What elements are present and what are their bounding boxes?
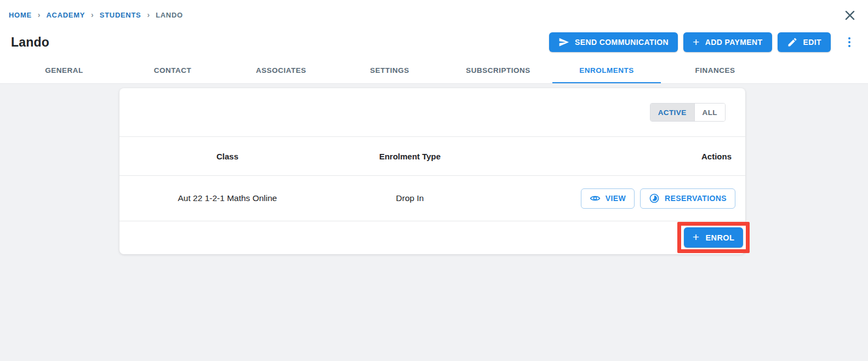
close-icon xyxy=(843,8,857,22)
breadcrumb-separator: › xyxy=(91,11,94,19)
toggle-all[interactable]: ALL xyxy=(694,104,725,121)
student-detail-page: HOME › ACADEMY › STUDENTS › LANDO Lando … xyxy=(0,0,868,361)
tab-subscriptions[interactable]: SUBSCRIPTIONS xyxy=(444,58,552,83)
page-title: Lando xyxy=(11,35,549,50)
table-header: Class Enrolment Type Actions xyxy=(119,137,745,176)
breadcrumb-current-lando: LANDO xyxy=(156,11,183,19)
plus-icon: + xyxy=(693,36,700,48)
cell-class: Aut 22 1-2-1 Maths Online xyxy=(119,193,335,203)
table-footer: + ENROL xyxy=(119,221,745,254)
pencil-icon xyxy=(787,37,798,48)
enrolments-panel: ACTIVE ALL Class Enrolment Type Actions … xyxy=(0,84,868,361)
enrolments-card: ACTIVE ALL Class Enrolment Type Actions … xyxy=(119,88,745,254)
send-communication-button[interactable]: SEND COMMUNICATION xyxy=(549,32,678,52)
edit-button[interactable]: EDIT xyxy=(778,32,831,52)
breadcrumb-separator: › xyxy=(147,11,150,19)
column-header-class: Class xyxy=(119,152,335,161)
tab-general[interactable]: GENERAL xyxy=(10,58,118,83)
breadcrumb-separator: › xyxy=(38,11,41,19)
reservations-label: RESERVATIONS xyxy=(665,194,727,203)
enrol-button[interactable]: + ENROL xyxy=(684,227,743,248)
tab-settings[interactable]: SETTINGS xyxy=(335,58,444,83)
reservations-button[interactable]: RESERVATIONS xyxy=(640,188,735,209)
cell-actions: VIEW RESERVATIONS xyxy=(484,188,745,209)
enrol-highlight-annotation: + ENROL xyxy=(677,222,750,253)
plus-icon: + xyxy=(693,231,700,243)
enrolments-toolbar: ACTIVE ALL xyxy=(119,88,745,137)
send-communication-label: SEND COMMUNICATION xyxy=(575,38,669,47)
header-actions: SEND COMMUNICATION + ADD PAYMENT EDIT xyxy=(549,32,859,52)
tab-enrolments[interactable]: ENROLMENTS xyxy=(552,58,661,83)
breadcrumb: HOME › ACADEMY › STUDENTS › LANDO xyxy=(9,11,183,19)
tab-finances[interactable]: FINANCES xyxy=(661,58,769,83)
more-options-button[interactable] xyxy=(840,32,859,52)
column-header-actions: Actions xyxy=(484,152,745,161)
toggle-active[interactable]: ACTIVE xyxy=(650,104,694,121)
breadcrumb-row: HOME › ACADEMY › STUDENTS › LANDO xyxy=(0,0,868,28)
breadcrumb-academy[interactable]: ACADEMY xyxy=(46,11,85,19)
add-payment-button[interactable]: + ADD PAYMENT xyxy=(683,32,772,52)
view-button[interactable]: VIEW xyxy=(581,188,635,209)
active-all-toggle: ACTIVE ALL xyxy=(650,103,726,122)
enrol-label: ENROL xyxy=(705,233,734,242)
view-label: VIEW xyxy=(606,194,626,203)
kebab-icon xyxy=(848,36,851,49)
add-payment-label: ADD PAYMENT xyxy=(705,38,763,47)
table-row: Aut 22 1-2-1 Maths Online Drop In VIEW xyxy=(119,176,745,221)
tab-associates[interactable]: ASSOCIATES xyxy=(227,58,335,83)
tab-contact[interactable]: CONTACT xyxy=(118,58,227,83)
breadcrumb-home[interactable]: HOME xyxy=(9,11,32,19)
title-row: Lando SEND COMMUNICATION + ADD PAYMENT E… xyxy=(0,27,868,57)
eye-icon xyxy=(590,193,601,204)
cell-enrolment-type: Drop In xyxy=(335,193,484,203)
timelapse-icon xyxy=(649,193,660,204)
breadcrumb-students[interactable]: STUDENTS xyxy=(100,11,141,19)
column-header-enrolment-type: Enrolment Type xyxy=(335,152,484,161)
send-icon xyxy=(558,37,569,48)
edit-label: EDIT xyxy=(803,38,822,47)
close-button[interactable] xyxy=(842,7,858,24)
tab-bar: GENERAL CONTACT ASSOCIATES SETTINGS SUBS… xyxy=(10,58,769,83)
